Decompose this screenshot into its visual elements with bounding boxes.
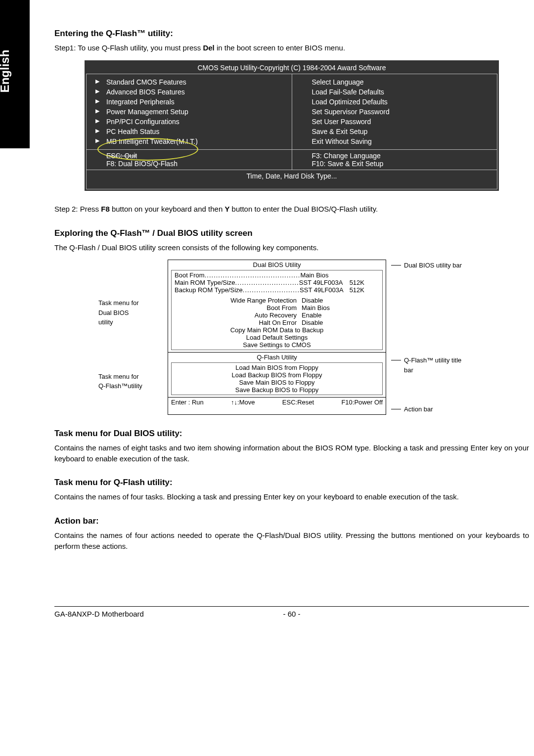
- arrow-right-icon: ▶: [95, 137, 99, 144]
- cmos-info-bar: Time, Date, Hard Disk Type...: [86, 170, 497, 189]
- dual-bios-diagram: Task menu for Dual BIOS utility Task men…: [54, 260, 529, 415]
- page-footer: GA-8ANXP-D Motherboard - 60 -: [54, 606, 529, 618]
- heading-action-bar: Action bar:: [54, 516, 529, 526]
- action-f3-language: F3: Change Language: [312, 152, 492, 160]
- command-row[interactable]: Load Default Settings: [175, 334, 379, 341]
- info-row: Boot From...............................…: [175, 271, 379, 279]
- arrow-right-icon: ▶: [95, 118, 99, 124]
- action-f8-qflash: F8: Dual BIOS/Q-Flash: [106, 160, 287, 168]
- heading-entering-qflash: Entering the Q-Flash™ utility:: [54, 29, 529, 39]
- dual-bios-title: Dual BIOS Utility: [171, 261, 383, 268]
- cmos-left-menu: ▶Standard CMOS Features ▶Advanced BIOS F…: [87, 74, 292, 149]
- menu-item[interactable]: ▶Power Management Setup: [106, 107, 287, 117]
- cmos-right-menu: Select Language Load Fail-Safe Defaults …: [292, 74, 497, 149]
- action-f10: F10:Power Off: [341, 399, 383, 406]
- command-row[interactable]: Load Main BIOS from Floppy: [175, 364, 379, 371]
- cmos-setup-utility: CMOS Setup Utility-Copyright (C) 1984-20…: [85, 60, 499, 191]
- menu-item[interactable]: Exit Without Saving: [312, 136, 492, 146]
- menu-item[interactable]: ▶Standard CMOS Features: [106, 77, 287, 87]
- step1-text: Step1: To use Q-Flash utility, you must …: [54, 43, 529, 53]
- option-row[interactable]: Wide Range ProtectionDisable: [175, 297, 379, 304]
- footer-page-number: - 60 -: [272, 610, 312, 618]
- p-action-bar: Contains the names of four actions neede…: [54, 530, 529, 552]
- command-row[interactable]: Save Backup BIOS to Floppy: [175, 386, 379, 394]
- action-esc-quit: ESC: Quit: [106, 152, 287, 160]
- arrow-right-icon: ▶: [95, 108, 99, 114]
- cmos-actions-right: F3: Change Language F10: Save & Exit Set…: [292, 150, 497, 170]
- menu-item[interactable]: Set User Password: [312, 117, 492, 127]
- qflash-title: Q-Flash Utility: [171, 354, 383, 361]
- dual-bios-panel: Dual BIOS Utility Boot From.............…: [168, 260, 386, 415]
- p-task-dual-bios: Contains the names of eight tasks and tw…: [54, 443, 529, 464]
- qflash-task-menu: Load Main BIOS from Floppy Load Backup B…: [171, 362, 383, 395]
- menu-item[interactable]: Load Fail-Safe Defaults: [312, 87, 492, 97]
- menu-item[interactable]: Select Language: [312, 77, 492, 87]
- menu-item[interactable]: ▶PnP/PCI Configurations: [106, 117, 287, 127]
- p-exploring: The Q-Flash / Dual BIOS utility screen c…: [54, 242, 529, 253]
- command-row[interactable]: Copy Main ROM Data to Backup: [175, 326, 379, 334]
- menu-item[interactable]: ▶MB Intelligent Tweaker(M.I.T.): [106, 136, 287, 146]
- command-row[interactable]: Load Backup BIOS from Floppy: [175, 371, 379, 379]
- arrow-right-icon: ▶: [95, 88, 99, 94]
- action-enter: Enter : Run: [171, 399, 204, 406]
- dual-bios-task-menu: Boot From...............................…: [171, 270, 383, 350]
- diagram-labels-right: Dual BIOS utility bar Q-Flash™ utility t…: [391, 260, 485, 415]
- menu-item[interactable]: Load Optimized Defaults: [312, 97, 492, 107]
- option-row[interactable]: Auto RecoveryEnable: [175, 311, 379, 319]
- arrow-right-icon: ▶: [95, 78, 99, 85]
- language-tab: English: [0, 50, 12, 93]
- command-row[interactable]: Save Settings to CMOS: [175, 341, 379, 349]
- action-bar: Enter : Run ↑↓:Move ESC:Reset F10:Power …: [168, 398, 386, 407]
- heading-task-qflash: Task menu for Q-Flash utility:: [54, 478, 529, 488]
- cmos-title: CMOS Setup Utility-Copyright (C) 1984-20…: [86, 62, 497, 74]
- arrow-right-icon: ▶: [95, 128, 99, 134]
- arrow-right-icon: ▶: [95, 98, 99, 104]
- p-task-qflash: Contains the names of four tasks. Blocki…: [54, 491, 529, 502]
- language-sidebar: English: [0, 0, 30, 148]
- cmos-actions-left: ESC: Quit F8: Dual BIOS/Q-Flash: [87, 150, 292, 170]
- info-row: Main ROM Type/Size......................…: [175, 279, 379, 286]
- menu-item[interactable]: Save & Exit Setup: [312, 127, 492, 136]
- menu-item[interactable]: ▶Integrated Peripherals: [106, 97, 287, 107]
- footer-left: GA-8ANXP-D Motherboard: [54, 610, 272, 618]
- action-move: ↑↓:Move: [231, 399, 255, 406]
- menu-item[interactable]: ▶Advanced BIOS Features: [106, 87, 287, 97]
- diagram-labels-left: Task menu for Dual BIOS utility Task men…: [98, 260, 163, 415]
- command-row[interactable]: Save Main BIOS to Floppy: [175, 379, 379, 386]
- menu-item[interactable]: Set Supervisor Password: [312, 107, 492, 117]
- step2-text: Step 2: Press F8 button on your keyboard…: [54, 204, 529, 215]
- option-row[interactable]: Boot FromMain Bios: [175, 304, 379, 311]
- heading-task-dual-bios: Task menu for Dual BIOS utility:: [54, 429, 529, 439]
- action-f10-save: F10: Save & Exit Setup: [312, 160, 492, 168]
- info-row: Backup ROM Type/Size....................…: [175, 286, 379, 294]
- action-esc: ESC:Reset: [282, 399, 314, 406]
- menu-item[interactable]: ▶PC Health Status: [106, 127, 287, 136]
- option-row[interactable]: Halt On ErrorDisable: [175, 319, 379, 326]
- heading-exploring-qflash: Exploring the Q-Flash™ / Dual BIOS utili…: [54, 228, 529, 238]
